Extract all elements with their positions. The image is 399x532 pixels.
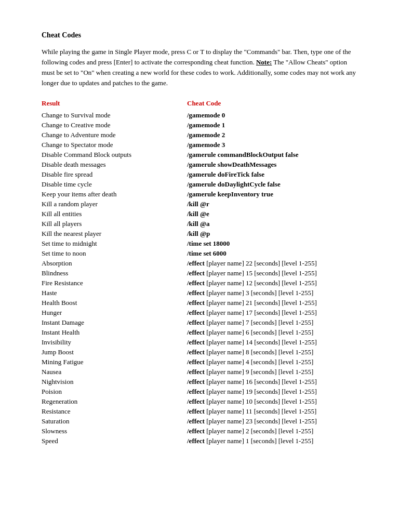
table-row: Poision/effect [player name] 19 [seconds… bbox=[42, 387, 357, 397]
result-cell: Kill all entities bbox=[42, 209, 187, 219]
table-row: Saturation/effect [player name] 23 [seco… bbox=[42, 417, 357, 427]
result-cell: Absorption bbox=[42, 259, 187, 269]
code-cell: /kill @a bbox=[187, 219, 357, 229]
code-cell: /effect [player name] 22 [seconds] [leve… bbox=[187, 259, 357, 269]
result-cell: Speed bbox=[42, 436, 187, 446]
result-cell: Nausea bbox=[42, 367, 187, 377]
code-cell: /effect [player name] 14 [seconds] [leve… bbox=[187, 338, 357, 348]
cheat-table: Result Cheat Code Change to Survival mod… bbox=[42, 99, 357, 446]
result-cell: Saturation bbox=[42, 417, 187, 427]
header-code: Cheat Code bbox=[187, 99, 357, 111]
table-row: Kill the nearest player/kill @p bbox=[42, 229, 357, 239]
result-cell: Kill the nearest player bbox=[42, 229, 187, 239]
result-cell: Fire Resistance bbox=[42, 278, 187, 288]
result-cell: Nightvision bbox=[42, 377, 187, 387]
result-cell: Blindness bbox=[42, 269, 187, 278]
code-cell: /gamemode 2 bbox=[187, 130, 357, 140]
code-cell: /effect [player name] 19 [seconds] [leve… bbox=[187, 387, 357, 397]
code-cell: /effect [player name] 1 [seconds] [level… bbox=[187, 436, 357, 446]
result-cell: Change to Spectator mode bbox=[42, 140, 187, 150]
code-cell: /effect [player name] 2 [seconds] [level… bbox=[187, 427, 357, 436]
code-cell: /effect [player name] 4 [seconds] [level… bbox=[187, 357, 357, 367]
table-row: Disable fire spread/gamerule doFireTick … bbox=[42, 170, 357, 180]
result-cell: Keep your items after death bbox=[42, 190, 187, 200]
table-row: Set time to midnight/time set 18000 bbox=[42, 239, 357, 249]
result-cell: Change to Adventure mode bbox=[42, 130, 187, 140]
table-row: Fire Resistance/effect [player name] 12 … bbox=[42, 278, 357, 288]
result-cell: Haste bbox=[42, 288, 187, 298]
result-cell: Change to Creative mode bbox=[42, 121, 187, 130]
result-cell: Kill a random player bbox=[42, 200, 187, 209]
code-cell: /kill @r bbox=[187, 200, 357, 209]
page-title: Cheat Codes bbox=[42, 31, 357, 39]
result-cell: Poision bbox=[42, 387, 187, 397]
code-cell: /effect [player name] 9 [seconds] [level… bbox=[187, 367, 357, 377]
table-row: Blindness/effect [player name] 15 [secon… bbox=[42, 269, 357, 278]
code-cell: /time set 18000 bbox=[187, 239, 357, 249]
table-row: Instant Damage/effect [player name] 7 [s… bbox=[42, 318, 357, 328]
code-cell: /effect [player name] 11 [seconds] [leve… bbox=[187, 407, 357, 417]
table-row: Change to Survival mode/gamemode 0 bbox=[42, 111, 357, 121]
result-cell: Instant Damage bbox=[42, 318, 187, 328]
result-cell: Regeneration bbox=[42, 397, 187, 407]
table-row: Invisibility/effect [player name] 14 [se… bbox=[42, 338, 357, 348]
result-cell: Disable fire spread bbox=[42, 170, 187, 180]
code-cell: /gamerule commandBlockOutput false bbox=[187, 150, 357, 160]
code-cell: /effect [player name] 12 [seconds] [leve… bbox=[187, 278, 357, 288]
table-row: Haste/effect [player name] 3 [seconds] [… bbox=[42, 288, 357, 298]
code-cell: /gamemode 1 bbox=[187, 121, 357, 130]
table-row: Disable time cycle/gamerule doDaylightCy… bbox=[42, 180, 357, 190]
code-cell: /effect [player name] 16 [seconds] [leve… bbox=[187, 377, 357, 387]
table-row: Keep your items after death/gamerule kee… bbox=[42, 190, 357, 200]
result-cell: Kill all players bbox=[42, 219, 187, 229]
table-row: Slowness/effect [player name] 2 [seconds… bbox=[42, 427, 357, 436]
table-row: Change to Spectator mode/gamemode 3 bbox=[42, 140, 357, 150]
table-row: Hunger/effect [player name] 17 [seconds]… bbox=[42, 308, 357, 318]
table-row: Absorption/effect [player name] 22 [seco… bbox=[42, 259, 357, 269]
table-row: Nausea/effect [player name] 9 [seconds] … bbox=[42, 367, 357, 377]
code-cell: /effect [player name] 15 [seconds] [leve… bbox=[187, 269, 357, 278]
code-cell: /effect [player name] 17 [seconds] [leve… bbox=[187, 308, 357, 318]
table-row: Resistance/effect [player name] 11 [seco… bbox=[42, 407, 357, 417]
table-row: Kill all entities/kill @e bbox=[42, 209, 357, 219]
table-row: Disable Command Block outputs/gamerule c… bbox=[42, 150, 357, 160]
code-cell: /gamerule keepInventory true bbox=[187, 190, 357, 200]
intro-note-label: Note: bbox=[256, 58, 272, 66]
result-cell: Jump Boost bbox=[42, 348, 187, 357]
code-cell: /effect [player name] 6 [seconds] [level… bbox=[187, 328, 357, 338]
result-cell: Instant Health bbox=[42, 328, 187, 338]
code-cell: /gamerule doDaylightCycle false bbox=[187, 180, 357, 190]
code-cell: /kill @e bbox=[187, 209, 357, 219]
header-result: Result bbox=[42, 99, 187, 111]
table-row: Regeneration/effect [player name] 10 [se… bbox=[42, 397, 357, 407]
table-row: Kill all players/kill @a bbox=[42, 219, 357, 229]
table-row: Disable death messages/gamerule showDeat… bbox=[42, 160, 357, 170]
result-cell: Disable death messages bbox=[42, 160, 187, 170]
table-row: Jump Boost/effect [player name] 8 [secon… bbox=[42, 348, 357, 357]
result-cell: Disable Command Block outputs bbox=[42, 150, 187, 160]
code-cell: /effect [player name] 21 [seconds] [leve… bbox=[187, 298, 357, 308]
code-cell: /gamerule doFireTick false bbox=[187, 170, 357, 180]
result-cell: Invisibility bbox=[42, 338, 187, 348]
result-cell: Set time to midnight bbox=[42, 239, 187, 249]
table-row: Health Boost/effect [player name] 21 [se… bbox=[42, 298, 357, 308]
intro-paragraph: While playing the game in Single Player … bbox=[42, 47, 357, 89]
result-cell: Resistance bbox=[42, 407, 187, 417]
table-row: Set time to noon/time set 6000 bbox=[42, 249, 357, 259]
code-cell: /gamemode 3 bbox=[187, 140, 357, 150]
code-cell: /gamemode 0 bbox=[187, 111, 357, 121]
code-cell: /effect [player name] 10 [seconds] [leve… bbox=[187, 397, 357, 407]
result-cell: Mining Fatigue bbox=[42, 357, 187, 367]
code-cell: /kill @p bbox=[187, 229, 357, 239]
table-row: Change to Adventure mode/gamemode 2 bbox=[42, 130, 357, 140]
code-cell: /time set 6000 bbox=[187, 249, 357, 259]
result-cell: Slowness bbox=[42, 427, 187, 436]
code-cell: /effect [player name] 8 [seconds] [level… bbox=[187, 348, 357, 357]
code-cell: /effect [player name] 3 [seconds] [level… bbox=[187, 288, 357, 298]
result-cell: Change to Survival mode bbox=[42, 111, 187, 121]
result-cell: Set time to noon bbox=[42, 249, 187, 259]
code-cell: /effect [player name] 23 [seconds] [leve… bbox=[187, 417, 357, 427]
table-row: Speed/effect [player name] 1 [seconds] [… bbox=[42, 436, 357, 446]
table-row: Instant Health/effect [player name] 6 [s… bbox=[42, 328, 357, 338]
result-cell: Health Boost bbox=[42, 298, 187, 308]
